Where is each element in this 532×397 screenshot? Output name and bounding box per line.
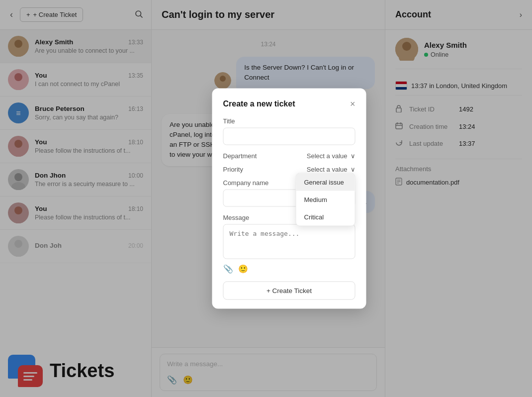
title-field-group: Title xyxy=(223,117,355,145)
modal-header: Create a new ticket × xyxy=(223,99,355,108)
message-textarea[interactable] xyxy=(223,224,355,259)
modal-title: Create a new ticket xyxy=(223,99,295,108)
department-select[interactable]: Select a value ∨ xyxy=(307,152,355,160)
priority-row: Priority Select a value ∨ General issue … xyxy=(223,166,355,173)
title-field-label: Title xyxy=(223,117,355,125)
department-label: Department xyxy=(223,152,257,160)
priority-select[interactable]: Select a value ∨ xyxy=(307,166,355,173)
attachment-icon[interactable]: 📎 xyxy=(223,264,233,274)
priority-option-medium[interactable]: Medium xyxy=(296,191,355,208)
chevron-down-icon: ∨ xyxy=(351,166,355,173)
title-input[interactable] xyxy=(223,128,355,145)
priority-option-critical[interactable]: Critical xyxy=(296,208,355,226)
create-ticket-submit-button[interactable]: + Create Ticket xyxy=(223,282,355,300)
priority-value: Select a value xyxy=(307,166,348,173)
chevron-down-icon: ∨ xyxy=(351,152,355,160)
department-row: Department Select a value ∨ xyxy=(223,152,355,160)
department-value: Select a value xyxy=(307,152,348,160)
create-ticket-modal: Create a new ticket × Title Department S… xyxy=(212,89,366,309)
emoji-icon[interactable]: 🙂 xyxy=(238,264,248,274)
modal-close-button[interactable]: × xyxy=(350,99,355,108)
priority-label: Priority xyxy=(223,166,243,173)
priority-option-general[interactable]: General issue xyxy=(296,174,355,191)
priority-dropdown-menu: General issue Medium Critical xyxy=(296,173,355,226)
textarea-icons: 📎 🙂 xyxy=(223,261,355,275)
